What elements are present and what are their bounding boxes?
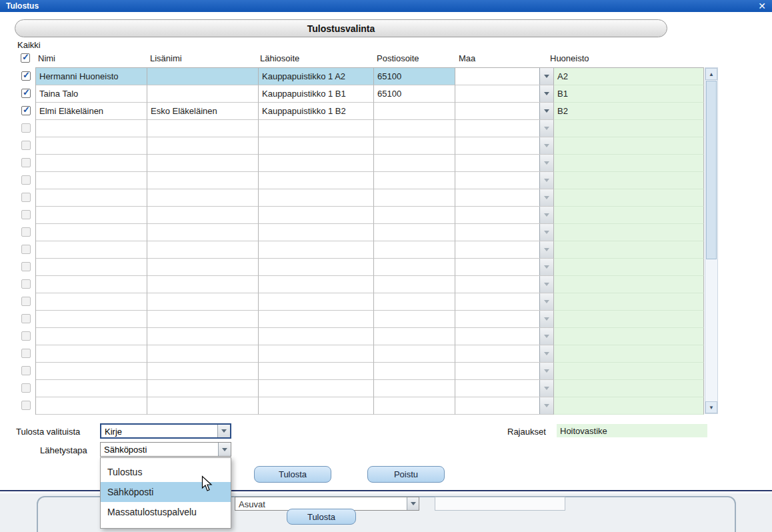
cell-lisanimi <box>147 137 259 155</box>
cell-maa-combo <box>455 241 554 259</box>
print-selected-combo[interactable]: Kirje <box>100 423 231 439</box>
cell-nimi[interactable]: Hermanni Huoneisto <box>36 68 147 85</box>
cell-maa-combo[interactable] <box>455 103 554 120</box>
cell-huoneisto <box>554 276 704 293</box>
cell-postiosoite <box>374 189 455 207</box>
cell-lahiosoite <box>259 259 374 276</box>
table-row[interactable]: Hermanni HuoneistoKauppapuistikko 1 A265… <box>36 68 704 85</box>
check-icon: ✓ <box>23 70 30 80</box>
chevron-down-icon <box>539 293 553 310</box>
cell-lisanimi[interactable] <box>147 68 259 85</box>
row-checkbox[interactable]: ✓ <box>21 89 31 98</box>
dropdown-option[interactable]: Massatulostuspalvelu <box>101 502 231 522</box>
cell-lahiosoite <box>259 241 374 259</box>
cell-huoneisto <box>554 293 704 311</box>
cell-maa-combo <box>455 345 554 363</box>
row-checkbox <box>21 158 31 167</box>
cell-huoneisto: A2 <box>554 68 704 85</box>
maa-value <box>455 293 539 310</box>
cell-postiosoite <box>374 397 455 415</box>
table-row <box>36 155 704 172</box>
cell-maa-combo <box>455 259 554 276</box>
scroll-up-icon[interactable]: ▲ <box>705 68 717 80</box>
cell-lisanimi[interactable] <box>147 85 259 103</box>
row-checkbox[interactable]: ✓ <box>21 71 31 81</box>
cell-nimi[interactable]: Elmi Eläkeläinen <box>36 103 147 120</box>
cell-maa-combo[interactable] <box>455 68 554 85</box>
chevron-down-icon[interactable] <box>218 443 231 456</box>
scroll-down-icon[interactable]: ▼ <box>705 401 717 413</box>
column-header-3: Lähiosoite <box>260 53 299 63</box>
cell-lisanimi <box>147 328 259 345</box>
cell-huoneisto <box>554 155 704 172</box>
table-row <box>36 224 704 241</box>
table-row <box>36 189 704 207</box>
cell-huoneisto: B1 <box>554 85 704 103</box>
cell-nimi <box>36 363 147 380</box>
row-checkbox <box>21 210 31 219</box>
chevron-down-icon[interactable] <box>217 425 230 437</box>
maa-value <box>455 259 539 275</box>
maa-value <box>455 85 539 102</box>
cell-maa-combo <box>455 137 554 155</box>
chevron-down-icon <box>539 207 553 223</box>
chevron-down-icon <box>539 241 553 258</box>
recipient-table: Hermanni HuoneistoKauppapuistikko 1 A265… <box>35 67 704 415</box>
table-row[interactable]: Taina TaloKauppapuistikko 1 B165100B1 <box>36 85 704 103</box>
mouse-cursor <box>201 475 213 495</box>
cell-maa-combo <box>455 397 554 415</box>
cell-lahiosoite[interactable]: Kauppapuistikko 1 B2 <box>259 103 374 120</box>
row-checkbox <box>21 227 31 237</box>
tulosta-button[interactable]: Tulosta <box>254 466 331 483</box>
cell-postiosoite[interactable]: 65100 <box>374 68 455 85</box>
chevron-down-icon <box>539 397 553 414</box>
check-icon: ✓ <box>22 52 29 62</box>
maa-value <box>455 276 539 293</box>
send-method-combo[interactable]: Sähköposti <box>100 442 231 457</box>
scrollbar-thumb[interactable] <box>706 81 717 259</box>
close-icon[interactable]: ✕ <box>758 1 766 11</box>
row-checkbox <box>21 331 31 341</box>
chevron-down-icon[interactable] <box>539 68 553 85</box>
cell-maa-combo <box>455 155 554 172</box>
vertical-scrollbar[interactable]: ▲ ▼ <box>705 67 718 414</box>
cell-lisanimi <box>147 293 259 311</box>
maa-value <box>455 311 539 327</box>
table-row <box>36 328 704 345</box>
cell-nimi[interactable]: Taina Talo <box>36 85 147 103</box>
row-checkbox <box>21 141 31 150</box>
header-pill: Tulostusvalinta <box>15 19 667 37</box>
cell-postiosoite <box>374 311 455 328</box>
cell-huoneisto <box>554 120 704 137</box>
cell-lahiosoite <box>259 155 374 172</box>
chevron-down-icon[interactable] <box>539 103 553 119</box>
cell-nimi <box>36 259 147 276</box>
cell-lahiosoite[interactable]: Kauppapuistikko 1 B1 <box>259 85 374 103</box>
cell-lahiosoite[interactable]: Kauppapuistikko 1 A2 <box>259 68 374 85</box>
maa-value <box>455 68 539 85</box>
background-tulosta-button[interactable]: Tulosta <box>287 509 356 525</box>
row-checkbox[interactable]: ✓ <box>21 106 31 115</box>
cell-postiosoite[interactable]: 65100 <box>374 85 455 103</box>
rajaukset-label: Rajaukset <box>507 427 546 437</box>
cell-lahiosoite <box>259 293 374 311</box>
cell-huoneisto <box>554 397 704 415</box>
chevron-down-icon[interactable] <box>539 85 553 102</box>
cell-lisanimi <box>147 311 259 328</box>
chevron-down-icon <box>539 345 553 362</box>
maa-value <box>455 120 539 137</box>
chevron-down-icon[interactable] <box>407 497 419 510</box>
dialog-heading: Tulostusvalinta <box>307 23 375 34</box>
chevron-down-icon <box>539 380 553 397</box>
poistu-button[interactable]: Poistu <box>367 466 445 483</box>
cell-huoneisto <box>554 172 704 189</box>
select-all-checkbox[interactable]: ✓ <box>21 53 30 63</box>
cell-lisanimi[interactable]: Esko Eläkeläinen <box>147 103 259 120</box>
cell-postiosoite <box>374 276 455 293</box>
cell-postiosoite[interactable] <box>374 103 455 120</box>
table-row[interactable]: Elmi EläkeläinenEsko EläkeläinenKauppapu… <box>36 103 704 120</box>
cell-huoneisto <box>554 189 704 207</box>
cell-maa-combo[interactable] <box>455 85 554 103</box>
cell-lahiosoite <box>259 189 374 207</box>
cell-postiosoite <box>374 328 455 345</box>
